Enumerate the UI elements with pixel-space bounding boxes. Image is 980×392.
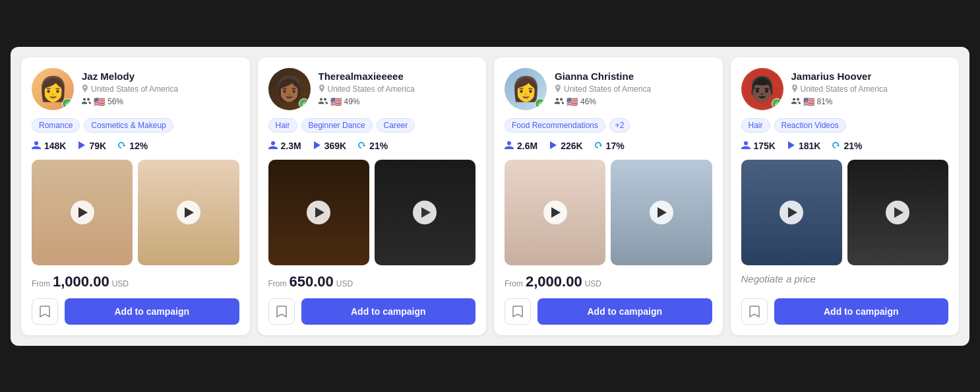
engagement-stat-value: 21% <box>369 141 388 151</box>
pricing-container: From2,000.00USD <box>505 273 712 290</box>
profile-info: TherealmaxieeeeeUnited States of America… <box>319 71 415 107</box>
views-stat: 181K <box>786 141 820 152</box>
video-thumbnail-1[interactable] <box>268 160 369 265</box>
flag-icon: 🇺🇸 <box>94 96 105 107</box>
card-footer: Add to campaign <box>32 298 239 325</box>
videos-container <box>741 160 949 265</box>
tag: Hair <box>741 118 770 133</box>
tag: Career <box>377 118 415 133</box>
profile-name: Jaz Melody <box>82 71 178 82</box>
play-icon <box>78 207 88 218</box>
engagement-stat: 21% <box>831 141 862 152</box>
profile-audience: 🇺🇸46% <box>555 96 651 107</box>
location-text: United States of America <box>801 84 888 94</box>
video-play-button[interactable] <box>413 201 437 224</box>
video-play-button[interactable] <box>886 201 909 224</box>
engagement-stat-icon <box>831 141 840 152</box>
pricing-container: Negotiate a price <box>741 273 949 284</box>
play-icon <box>658 207 667 218</box>
stats-container: 148K79K12% <box>32 141 239 152</box>
location-text: United States of America <box>328 84 415 94</box>
price-amount: 650.00 <box>290 273 334 290</box>
tag: Beginner Dance <box>301 118 373 133</box>
video-thumbnail-1[interactable] <box>741 160 842 265</box>
price-currency: USD <box>585 279 601 288</box>
card-footer: Add to campaign <box>268 298 476 325</box>
svg-marker-0 <box>78 141 85 149</box>
tags-container: RomanceCosmetics & Makeup <box>32 118 239 133</box>
play-icon <box>894 207 903 218</box>
avatar: 👩✓ <box>32 68 74 110</box>
play-icon <box>185 207 194 218</box>
influencer-card-jaz-melody: 👩✓Jaz MelodyUnited States of America🇺🇸56… <box>21 57 250 335</box>
svg-marker-1 <box>314 141 321 149</box>
video-play-button[interactable] <box>780 201 803 224</box>
tag: Reaction Videos <box>774 118 846 133</box>
play-icon <box>551 207 561 218</box>
profile-location: United States of America <box>555 84 651 94</box>
audience-percentage: 81% <box>817 97 833 106</box>
followers-stat-icon <box>32 141 41 152</box>
views-stat-icon <box>548 141 557 152</box>
profile-header: 👩🏾✓TherealmaxieeeeeUnited States of Amer… <box>268 68 476 110</box>
video-thumbnail-2[interactable] <box>138 160 239 265</box>
audience-percentage: 46% <box>580 97 596 106</box>
card-footer: Add to campaign <box>505 298 712 325</box>
followers-stat: 148K <box>32 141 66 152</box>
price-from-label: From <box>268 279 287 288</box>
bookmark-button[interactable] <box>268 298 295 325</box>
video-play-button[interactable] <box>307 201 330 224</box>
svg-marker-3 <box>788 141 795 149</box>
pricing-container: From1,000.00USD <box>32 273 239 290</box>
price-amount: 2,000.00 <box>526 273 582 290</box>
bookmark-button[interactable] <box>505 298 531 325</box>
video-thumbnail-2[interactable] <box>375 160 475 265</box>
views-stat-value: 226K <box>561 141 582 151</box>
tag: Hair <box>268 118 297 133</box>
flag-icon: 🇺🇸 <box>330 96 342 107</box>
video-play-button[interactable] <box>543 201 567 224</box>
add-to-campaign-button[interactable]: Add to campaign <box>774 298 949 325</box>
avatar: 👨🏿✓ <box>741 68 783 110</box>
add-to-campaign-button[interactable]: Add to campaign <box>537 298 712 325</box>
avatar: 👩🏾✓ <box>268 68 311 110</box>
video-play-button[interactable] <box>177 201 200 224</box>
views-stat-icon <box>77 141 86 152</box>
profile-location: United States of America <box>319 84 415 94</box>
location-icon <box>319 84 325 94</box>
profile-name: Gianna Christine <box>555 71 651 82</box>
engagement-stat: 21% <box>357 141 388 152</box>
tag: Cosmetics & Makeup <box>84 118 173 133</box>
stats-container: 2.6M226K17% <box>505 141 712 152</box>
add-to-campaign-button[interactable]: Add to campaign <box>301 298 476 325</box>
verified-badge: ✓ <box>535 98 545 109</box>
audience-icon <box>319 97 328 106</box>
views-stat-value: 181K <box>799 141 820 151</box>
videos-container <box>268 160 476 265</box>
tags-container: HairReaction Videos <box>741 118 949 133</box>
video-thumbnail-1[interactable] <box>505 160 605 265</box>
play-icon <box>421 207 431 218</box>
bookmark-button[interactable] <box>741 298 768 325</box>
bookmark-button[interactable] <box>32 298 58 325</box>
video-thumbnail-1[interactable] <box>32 160 133 265</box>
profile-header: 👨🏿✓Jamarius HooverUnited States of Ameri… <box>741 68 949 110</box>
video-thumbnail-2[interactable] <box>847 160 948 265</box>
price-from-label: From <box>505 279 523 288</box>
engagement-stat-icon <box>117 141 126 152</box>
video-play-button[interactable] <box>71 201 94 224</box>
profile-name: Therealmaxieeeee <box>319 71 415 82</box>
stats-container: 2.3M369K21% <box>268 141 476 152</box>
audience-icon <box>791 97 801 106</box>
followers-stat: 2.6M <box>505 141 537 152</box>
profile-location: United States of America <box>82 84 178 94</box>
add-to-campaign-button[interactable]: Add to campaign <box>65 298 239 325</box>
engagement-stat-value: 12% <box>129 141 148 151</box>
avatar: 👩✓ <box>505 68 547 110</box>
video-thumbnail-2[interactable] <box>611 160 712 265</box>
price-from-label: From <box>32 279 50 288</box>
video-play-button[interactable] <box>650 201 673 224</box>
profile-info: Jamarius HooverUnited States of America🇺… <box>791 71 888 107</box>
verified-badge: ✓ <box>62 98 73 109</box>
followers-stat-value: 175K <box>754 141 776 151</box>
